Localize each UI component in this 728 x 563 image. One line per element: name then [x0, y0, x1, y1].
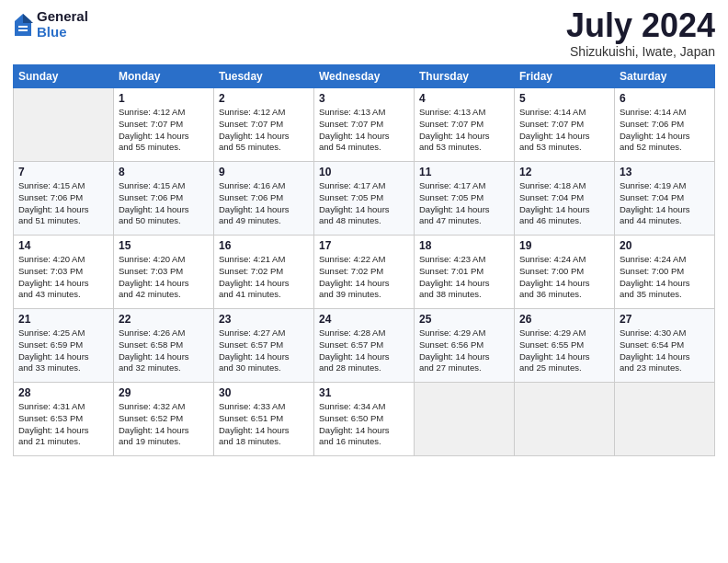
day-number: 9 — [219, 166, 309, 178]
table-row: 4Sunrise: 4:13 AM Sunset: 7:07 PM Daylig… — [415, 88, 515, 162]
table-row: 22Sunrise: 4:26 AM Sunset: 6:58 PM Dayli… — [114, 309, 214, 383]
svg-rect-2 — [18, 26, 28, 28]
day-number: 20 — [620, 239, 710, 252]
table-row: 10Sunrise: 4:17 AM Sunset: 7:05 PM Dayli… — [314, 162, 415, 236]
table-row: 9Sunrise: 4:16 AM Sunset: 7:06 PM Daylig… — [214, 162, 314, 236]
day-info: Sunrise: 4:17 AM Sunset: 7:05 PM Dayligh… — [319, 180, 409, 227]
day-info: Sunrise: 4:29 AM Sunset: 6:56 PM Dayligh… — [419, 327, 509, 374]
calendar-body: 1Sunrise: 4:12 AM Sunset: 7:07 PM Daylig… — [14, 88, 715, 456]
col-wednesday: Wednesday — [314, 65, 415, 88]
svg-marker-1 — [23, 14, 33, 23]
header-row: Sunday Monday Tuesday Wednesday Thursday… — [14, 65, 715, 88]
day-number: 17 — [319, 239, 409, 252]
day-info: Sunrise: 4:12 AM Sunset: 7:07 PM Dayligh… — [119, 107, 209, 154]
day-number: 29 — [119, 386, 209, 399]
table-row: 11Sunrise: 4:17 AM Sunset: 7:05 PM Dayli… — [415, 162, 515, 236]
title-area: July 2024 Shizukuishi, Iwate, Japan — [566, 9, 715, 59]
day-info: Sunrise: 4:13 AM Sunset: 7:07 PM Dayligh… — [419, 107, 509, 154]
table-row — [515, 383, 615, 456]
table-row: 16Sunrise: 4:21 AM Sunset: 7:02 PM Dayli… — [214, 236, 314, 309]
logo-icon — [13, 12, 33, 38]
day-info: Sunrise: 4:15 AM Sunset: 7:06 PM Dayligh… — [119, 180, 209, 227]
day-number: 10 — [319, 166, 409, 178]
table-row: 29Sunrise: 4:32 AM Sunset: 6:52 PM Dayli… — [114, 383, 214, 456]
day-info: Sunrise: 4:19 AM Sunset: 7:04 PM Dayligh… — [620, 180, 710, 227]
table-row: 19Sunrise: 4:24 AM Sunset: 7:00 PM Dayli… — [515, 236, 615, 309]
day-info: Sunrise: 4:21 AM Sunset: 7:02 PM Dayligh… — [219, 254, 309, 301]
col-sunday: Sunday — [14, 65, 114, 88]
day-info: Sunrise: 4:28 AM Sunset: 6:57 PM Dayligh… — [319, 327, 409, 374]
col-friday: Friday — [515, 65, 615, 88]
day-info: Sunrise: 4:24 AM Sunset: 7:00 PM Dayligh… — [620, 254, 710, 301]
day-info: Sunrise: 4:27 AM Sunset: 6:57 PM Dayligh… — [219, 327, 309, 374]
table-row: 21Sunrise: 4:25 AM Sunset: 6:59 PM Dayli… — [14, 309, 114, 383]
day-number: 4 — [419, 92, 509, 105]
day-info: Sunrise: 4:20 AM Sunset: 7:03 PM Dayligh… — [18, 254, 108, 301]
day-number: 14 — [18, 239, 108, 252]
calendar-week-3: 21Sunrise: 4:25 AM Sunset: 6:59 PM Dayli… — [14, 309, 715, 383]
day-number: 7 — [18, 166, 108, 178]
day-number: 21 — [18, 313, 108, 326]
table-row: 2Sunrise: 4:12 AM Sunset: 7:07 PM Daylig… — [214, 88, 314, 162]
day-info: Sunrise: 4:23 AM Sunset: 7:01 PM Dayligh… — [419, 254, 509, 301]
col-saturday: Saturday — [615, 65, 715, 88]
day-number: 23 — [219, 313, 309, 326]
day-number: 22 — [119, 313, 209, 326]
header: General Blue July 2024 Shizukuishi, Iwat… — [13, 9, 715, 59]
day-number: 11 — [419, 166, 509, 178]
day-number: 5 — [519, 92, 609, 105]
table-row: 14Sunrise: 4:20 AM Sunset: 7:03 PM Dayli… — [14, 236, 114, 309]
day-info: Sunrise: 4:16 AM Sunset: 7:06 PM Dayligh… — [219, 180, 309, 227]
table-row: 13Sunrise: 4:19 AM Sunset: 7:04 PM Dayli… — [615, 162, 715, 236]
day-number: 18 — [419, 239, 509, 252]
day-number: 2 — [219, 92, 309, 105]
day-info: Sunrise: 4:30 AM Sunset: 6:54 PM Dayligh… — [620, 327, 710, 374]
day-number: 28 — [18, 386, 108, 399]
table-row — [615, 383, 715, 456]
logo-general: General — [37, 9, 88, 25]
day-number: 30 — [219, 386, 309, 399]
day-info: Sunrise: 4:14 AM Sunset: 7:06 PM Dayligh… — [620, 107, 710, 154]
day-info: Sunrise: 4:29 AM Sunset: 6:55 PM Dayligh… — [519, 327, 609, 374]
table-row: 26Sunrise: 4:29 AM Sunset: 6:55 PM Dayli… — [515, 309, 615, 383]
col-thursday: Thursday — [415, 65, 515, 88]
day-info: Sunrise: 4:32 AM Sunset: 6:52 PM Dayligh… — [119, 401, 209, 448]
calendar-week-2: 14Sunrise: 4:20 AM Sunset: 7:03 PM Dayli… — [14, 236, 715, 309]
month-title: July 2024 — [566, 9, 715, 42]
table-row: 24Sunrise: 4:28 AM Sunset: 6:57 PM Dayli… — [314, 309, 415, 383]
table-row: 28Sunrise: 4:31 AM Sunset: 6:53 PM Dayli… — [14, 383, 114, 456]
svg-rect-3 — [18, 29, 28, 31]
day-number: 24 — [319, 313, 409, 326]
day-info: Sunrise: 4:20 AM Sunset: 7:03 PM Dayligh… — [119, 254, 209, 301]
table-row: 27Sunrise: 4:30 AM Sunset: 6:54 PM Dayli… — [615, 309, 715, 383]
day-number: 31 — [319, 386, 409, 399]
table-row: 7Sunrise: 4:15 AM Sunset: 7:06 PM Daylig… — [14, 162, 114, 236]
day-info: Sunrise: 4:14 AM Sunset: 7:07 PM Dayligh… — [519, 107, 609, 154]
logo-blue: Blue — [37, 25, 88, 40]
calendar: Sunday Monday Tuesday Wednesday Thursday… — [13, 64, 715, 456]
table-row — [14, 88, 114, 162]
day-info: Sunrise: 4:13 AM Sunset: 7:07 PM Dayligh… — [319, 107, 409, 154]
table-row: 3Sunrise: 4:13 AM Sunset: 7:07 PM Daylig… — [314, 88, 415, 162]
day-number: 6 — [620, 92, 710, 105]
table-row: 6Sunrise: 4:14 AM Sunset: 7:06 PM Daylig… — [615, 88, 715, 162]
day-info: Sunrise: 4:12 AM Sunset: 7:07 PM Dayligh… — [219, 107, 309, 154]
day-number: 12 — [519, 166, 609, 178]
table-row: 5Sunrise: 4:14 AM Sunset: 7:07 PM Daylig… — [515, 88, 615, 162]
day-number: 27 — [620, 313, 710, 326]
day-info: Sunrise: 4:33 AM Sunset: 6:51 PM Dayligh… — [219, 401, 309, 448]
day-number: 8 — [119, 166, 209, 178]
day-info: Sunrise: 4:17 AM Sunset: 7:05 PM Dayligh… — [419, 180, 509, 227]
day-number: 16 — [219, 239, 309, 252]
day-info: Sunrise: 4:22 AM Sunset: 7:02 PM Dayligh… — [319, 254, 409, 301]
day-info: Sunrise: 4:24 AM Sunset: 7:00 PM Dayligh… — [519, 254, 609, 301]
table-row — [415, 383, 515, 456]
day-info: Sunrise: 4:18 AM Sunset: 7:04 PM Dayligh… — [519, 180, 609, 227]
page: General Blue July 2024 Shizukuishi, Iwat… — [0, 0, 728, 563]
logo-text: General Blue — [37, 9, 88, 40]
location: Shizukuishi, Iwate, Japan — [566, 44, 715, 59]
day-number: 19 — [519, 239, 609, 252]
day-info: Sunrise: 4:15 AM Sunset: 7:06 PM Dayligh… — [18, 180, 108, 227]
logo: General Blue — [13, 9, 88, 40]
table-row: 8Sunrise: 4:15 AM Sunset: 7:06 PM Daylig… — [114, 162, 214, 236]
